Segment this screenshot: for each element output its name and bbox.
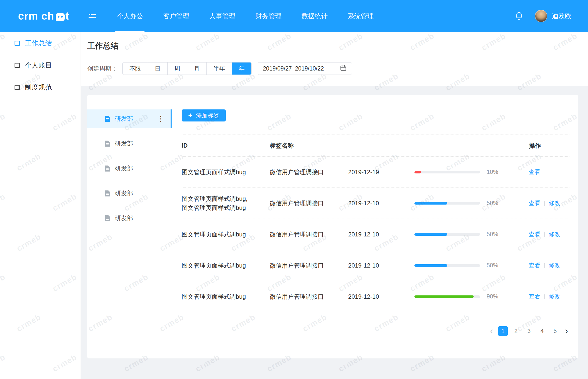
cell-actions: 查看 — [529, 168, 569, 176]
cell-date: 2019-12-10 — [348, 231, 414, 238]
page-header: 工作总结 创建周期： 不限日周月半年年 2019/09/27–2019/10/2… — [81, 32, 588, 86]
action-link[interactable]: 查看 — [529, 230, 540, 238]
menu-square-icon — [15, 85, 20, 90]
cell-actions: 查看|修改 — [529, 293, 569, 300]
department-label: 研发部 — [115, 164, 133, 172]
period-option[interactable]: 年 — [232, 62, 251, 75]
action-link[interactable]: 查看 — [529, 168, 540, 176]
cell-tag-name: 微信用户管理调接口 — [270, 230, 348, 238]
menu-square-icon — [15, 63, 20, 68]
cell-tag-name: 微信用户管理调接口 — [270, 293, 348, 301]
progress-bar-fill — [414, 171, 421, 173]
next-page-icon[interactable]: › — [563, 327, 569, 336]
cell-actions: 查看|修改 — [529, 199, 569, 207]
cell-id: 图文管理页面样式调bug,图文管理页面样式调bug — [182, 194, 270, 212]
page-number[interactable]: 2 — [511, 326, 521, 336]
progress-bar-fill — [414, 233, 447, 236]
table-area: + 添加标签 ID 标签名称 操作 图文管理页面样式调bug微信用户管理调接口2… — [172, 95, 578, 358]
table-row: 图文管理页面样式调bug微信用户管理调接口2019-12-1090%查看|修改 — [182, 281, 569, 312]
department-item[interactable]: 研发部 — [87, 184, 172, 203]
page-number[interactable]: 4 — [537, 326, 547, 336]
nav-item[interactable]: 数据统计 — [302, 0, 328, 32]
cell-id: 图文管理页面样式调bug — [182, 261, 270, 270]
prev-page-icon[interactable]: ‹ — [489, 327, 495, 336]
col-header-name: 标签名称 — [270, 142, 348, 150]
sidebar-item[interactable]: 制度规范 — [0, 76, 81, 98]
sidebar: 工作总结个人账目制度规范 — [0, 32, 81, 379]
sidebar-menu: 工作总结个人账目制度规范 — [0, 32, 81, 98]
cell-tag-name: 微信用户管理调接口 — [270, 199, 348, 207]
add-tag-button[interactable]: + 添加标签 — [182, 109, 226, 121]
action-link[interactable]: 修改 — [549, 293, 560, 300]
action-link[interactable]: 修改 — [549, 262, 560, 269]
department-list: 研发部⋮研发部研发部研发部研发部 — [87, 95, 172, 358]
period-option[interactable]: 半年 — [207, 62, 232, 75]
cell-date: 2019-12-10 — [348, 200, 414, 207]
cell-id: 图文管理页面样式调bug — [182, 292, 270, 301]
period-option[interactable]: 日 — [148, 62, 168, 75]
cell-tag-name: 微信用户管理调接口 — [270, 262, 348, 270]
nav-item[interactable]: 个人办公 — [117, 0, 143, 32]
sidebar-item-label: 个人账目 — [25, 61, 52, 70]
document-icon — [105, 190, 110, 197]
cell-actions: 查看|修改 — [529, 230, 569, 238]
nav-item[interactable]: 系统管理 — [348, 0, 374, 32]
chat-bubble-icon — [56, 13, 65, 21]
progress-bar-fill — [414, 264, 447, 267]
cell-date: 2019-12-19 — [348, 169, 414, 176]
action-separator: | — [544, 263, 545, 268]
document-icon — [105, 165, 110, 172]
department-item[interactable]: 研发部 — [87, 134, 172, 153]
page-number[interactable]: 1 — [498, 326, 508, 336]
action-separator: | — [544, 231, 545, 237]
brand-logo: crm cht — [0, 10, 81, 22]
sidebar-item[interactable]: 工作总结 — [0, 32, 81, 54]
action-link[interactable]: 修改 — [549, 199, 560, 207]
document-icon — [105, 140, 110, 147]
action-link[interactable]: 查看 — [529, 199, 540, 207]
username[interactable]: 迪欧欧 — [552, 12, 571, 21]
cell-progress: 50% — [414, 231, 529, 238]
avatar[interactable] — [535, 10, 547, 22]
nav-item[interactable]: 财务管理 — [255, 0, 281, 32]
department-item[interactable]: 研发部⋮ — [87, 109, 172, 128]
pagination: ‹12345› — [182, 326, 569, 336]
department-item[interactable]: 研发部 — [87, 209, 172, 227]
nav-item[interactable]: 客户管理 — [163, 0, 189, 32]
col-header-id: ID — [182, 142, 270, 149]
period-option[interactable]: 不限 — [123, 62, 148, 75]
cell-progress: 50% — [414, 262, 529, 269]
sidebar-item[interactable]: 个人账目 — [0, 54, 81, 76]
main-content: 工作总结 创建周期： 不限日周月半年年 2019/09/27–2019/10/2… — [81, 32, 588, 379]
content-card: 研发部⋮研发部研发部研发部研发部 + 添加标签 ID 标签名称 操作 图文管理页… — [87, 95, 578, 358]
action-link[interactable]: 查看 — [529, 262, 540, 269]
table-row: 图文管理页面样式调bug微信用户管理调接口2019-12-1050%查看|修改 — [182, 250, 569, 281]
page-title: 工作总结 — [87, 41, 588, 51]
table-row: 图文管理页面样式调bug微信用户管理调接口2019-12-1910%查看 — [182, 157, 569, 188]
action-link[interactable]: 查看 — [529, 293, 540, 300]
cell-progress: 90% — [414, 293, 529, 300]
col-header-action: 操作 — [529, 142, 569, 150]
nav-item[interactable]: 人事管理 — [209, 0, 235, 32]
date-range-input[interactable]: 2019/09/27–2019/10/22 — [258, 62, 352, 75]
filter-row: 创建周期： 不限日周月半年年 2019/09/27–2019/10/22 — [87, 62, 588, 75]
cell-date: 2019-12-10 — [348, 293, 414, 300]
period-option[interactable]: 周 — [168, 62, 187, 75]
progress-percent: 50% — [487, 231, 498, 238]
page-number[interactable]: 5 — [550, 326, 560, 336]
table-body: 图文管理页面样式调bug微信用户管理调接口2019-12-1910%查看图文管理… — [182, 157, 569, 312]
progress-bar — [414, 202, 480, 205]
action-link[interactable]: 修改 — [549, 230, 560, 238]
notification-bell-icon[interactable] — [514, 11, 524, 21]
menu-toggle-icon[interactable] — [87, 11, 97, 21]
action-separator: | — [544, 294, 545, 299]
page-number[interactable]: 3 — [524, 326, 534, 336]
cell-id: 图文管理页面样式调bug — [182, 230, 270, 239]
table-row: 图文管理页面样式调bug,图文管理页面样式调bug微信用户管理调接口2019-1… — [182, 188, 569, 219]
more-options-icon[interactable]: ⋮ — [157, 115, 165, 122]
department-item[interactable]: 研发部 — [87, 159, 172, 178]
period-option[interactable]: 月 — [187, 62, 207, 75]
topbar-right: 迪欧欧 — [514, 10, 588, 22]
document-icon — [105, 115, 110, 122]
period-segmented-control: 不限日周月半年年 — [122, 62, 252, 75]
